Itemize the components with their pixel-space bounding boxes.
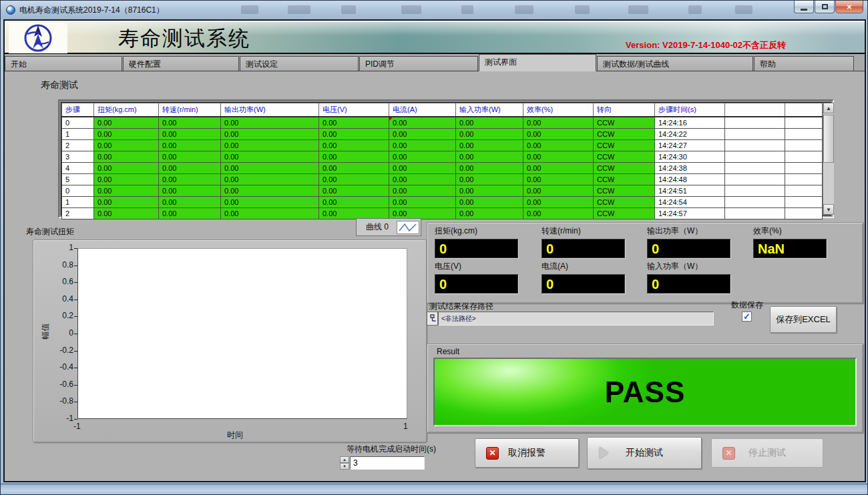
table-cell	[785, 173, 823, 185]
table-cell: 0.00	[159, 151, 221, 162]
table-cell: 5	[62, 173, 94, 185]
table-cell: 0.00	[221, 162, 319, 173]
table-cell	[785, 128, 823, 139]
data-save-checkbox[interactable]: ✓	[742, 312, 752, 322]
table-cell: 14:24:48	[655, 173, 725, 185]
table-scrollbar[interactable]: ▲ ▼	[823, 103, 834, 215]
table-row: 00.000.000.000.000.000.000.00CCW14:24:51	[62, 185, 823, 196]
table-cell: 0.00	[523, 151, 594, 162]
life-test-table: 步骤扭矩(kg.cm)转速(r/min)输出功率(W)电压(V)电流(A)输入功…	[61, 103, 823, 219]
table-cell: 0.00	[159, 185, 221, 196]
table-cell: 4	[62, 162, 94, 173]
tab-4[interactable]: PID调节	[359, 56, 478, 71]
plot-area[interactable]	[77, 248, 407, 419]
table-cell	[725, 207, 785, 219]
maximize-button[interactable]	[815, 1, 835, 13]
cancel-alarm-button[interactable]: ✕取消报警	[475, 438, 579, 468]
table-cell: 0.00	[456, 207, 523, 219]
wait-time-input[interactable]	[350, 456, 425, 470]
app-frame: 寿命测试系统 Version: V2019-7-14-1040-02不含正反转 …	[3, 19, 866, 482]
column-header	[785, 103, 823, 117]
tab-1[interactable]: 开始	[5, 56, 122, 71]
table-cell: 0.00	[456, 185, 523, 196]
column-header: 输出功率(W)	[221, 103, 319, 117]
table-cell: 14:24:38	[655, 162, 725, 173]
table-cell: 14:24:54	[655, 196, 725, 207]
measurement-panel: 扭矩(kg.cm)0转速(r/min)0输出功率（W）0效率(%)NaN电压(V…	[427, 222, 863, 304]
increment-icon[interactable]: ▲	[340, 456, 349, 463]
table-cell: 0	[62, 185, 94, 196]
version-text: Version: V2019-7-14-1040-02不含正反转	[626, 39, 786, 51]
table-cell: 0.00	[94, 117, 159, 128]
y-tick-label: 0.8	[49, 260, 73, 270]
start-icon	[600, 447, 608, 459]
table-cell	[785, 185, 823, 196]
y-tick-label: 0.4	[49, 294, 73, 304]
y-tick-label: 0.6	[49, 277, 73, 286]
table-row: 40.000.000.000.000.000.000.00CCW14:24:38	[62, 162, 823, 173]
y-tick-label: -0.4	[49, 362, 73, 372]
table-cell: 14:24:57	[655, 207, 725, 219]
legend-line-swatch[interactable]	[397, 221, 419, 234]
table-cell	[725, 185, 785, 196]
wait-time-stepper[interactable]: ▲ ▼	[340, 456, 349, 470]
indicator-7: 输入功率（W）0	[647, 261, 730, 294]
table-cell: CCW	[594, 173, 655, 185]
indicator-6: 电流(A)0	[541, 261, 625, 294]
table-cell: 0.00	[221, 128, 319, 139]
table-cell	[785, 139, 823, 151]
table-cell: 0.00	[221, 185, 319, 196]
save-path-label: 测试结果保存路径	[429, 301, 493, 312]
tab-6[interactable]: 测试数据/测试曲线	[597, 56, 753, 71]
scroll-down-button[interactable]: ▼	[823, 204, 834, 215]
decrement-icon[interactable]: ▼	[340, 463, 349, 470]
logo-emblem	[23, 23, 53, 53]
table-cell: 0.00	[319, 139, 389, 151]
table-cell: 14:24:30	[655, 151, 725, 162]
tab-5[interactable]: 测试界面	[479, 54, 596, 71]
tab-2[interactable]: 硬件配置	[123, 56, 239, 71]
table-cell: 0.00	[389, 128, 456, 139]
table-cell: 0.00	[319, 173, 389, 185]
minimize-button[interactable]	[794, 1, 814, 13]
indicator-label: 输入功率（W）	[647, 261, 730, 272]
table-cell: 0.00	[389, 196, 456, 207]
y-tick-label: 0.2	[49, 311, 73, 320]
legend-entry-label: 曲线 0	[358, 221, 397, 233]
table-row: 50.000.000.000.000.000.000.00CCW14:24:48	[62, 173, 823, 185]
section-title: 寿命测试	[41, 79, 78, 91]
y-tick-label: -0.6	[49, 380, 73, 389]
indicator-value: 0	[435, 274, 518, 294]
save-path-field[interactable]: <非法路径>	[438, 312, 714, 326]
scrollbar-thumb[interactable]	[823, 115, 834, 163]
table-cell: 0.00	[319, 162, 389, 173]
chart-legend[interactable]: 曲线 0	[356, 218, 421, 236]
table-cell: 14:24:16	[655, 117, 725, 128]
save-path-control[interactable]: <非法路径>	[427, 312, 714, 326]
column-header: 电流(A)	[389, 103, 456, 117]
table-cell: 0.00	[523, 207, 594, 219]
start-test-button[interactable]: 开始测试	[587, 437, 702, 469]
close-button[interactable]: ✕	[835, 1, 863, 13]
table-cell: 0.00	[523, 185, 594, 196]
table-cell: 0.00	[319, 117, 389, 128]
path-browse-icon[interactable]	[427, 312, 438, 326]
table-cell: 0.00	[319, 207, 389, 219]
table-cell: 0.00	[456, 173, 523, 185]
tab-bar: 开始硬件配置测试设定PID调节测试界面测试数据/测试曲线帮助	[5, 54, 865, 71]
table-cell: 0.00	[221, 117, 319, 128]
table-cell: 0.00	[389, 162, 456, 173]
scroll-up-button[interactable]: ▲	[823, 103, 834, 113]
y-tick-label: 0	[49, 328, 73, 338]
x-axis-label: 时间	[227, 430, 243, 441]
indicator-1: 扭矩(kg.cm)0	[435, 225, 518, 258]
window-title: 电机寿命测试系统2019-7-14（8716C1）	[19, 5, 164, 16]
table-cell: 0.00	[319, 196, 389, 207]
title-bar: 电机寿命测试系统2019-7-14（8716C1） ✕	[1, 1, 867, 19]
save-to-excel-button[interactable]: 保存到EXCEL	[770, 306, 837, 333]
table-cell: 0.00	[94, 139, 159, 151]
tab-3[interactable]: 测试设定	[240, 56, 359, 71]
main-content: 寿命测试 步骤扭矩(kg.cm)转速(r/min)输出功率(W)电压(V)电流(…	[5, 71, 865, 480]
tab-7[interactable]: 帮助	[754, 56, 854, 71]
table-cell: 0.00	[221, 173, 319, 185]
